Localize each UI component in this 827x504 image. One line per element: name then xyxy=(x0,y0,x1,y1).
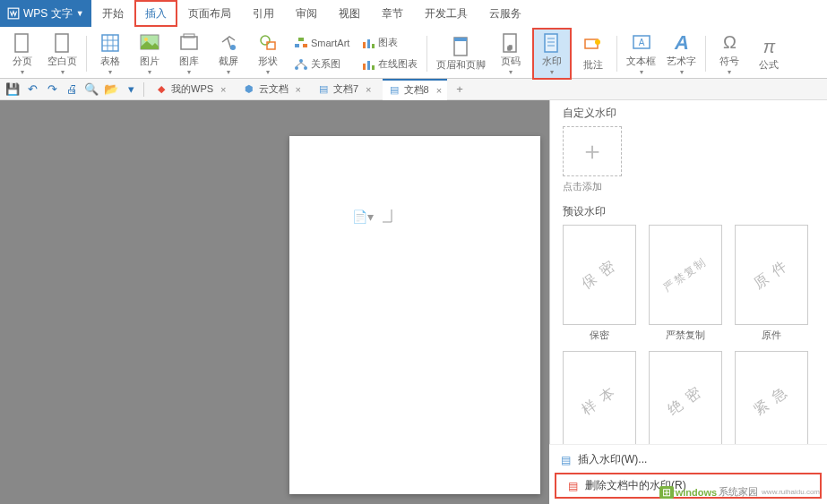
menu-insert-watermark[interactable]: ▤ 插入水印(W)... xyxy=(549,448,827,471)
preview-icon[interactable]: 🔍 xyxy=(84,82,99,97)
ribbon-relation[interactable]: 关系图 xyxy=(289,55,353,74)
doctab-doc7[interactable]: ▤ 文档7 × xyxy=(312,79,377,100)
plus-icon: ＋ xyxy=(580,139,605,164)
ribbon-formula[interactable]: π 公式 xyxy=(751,30,787,78)
logo-url: www.ruihaidu.com xyxy=(762,488,820,496)
close-icon[interactable]: × xyxy=(296,84,301,95)
ribbon-label: 图表 xyxy=(378,36,398,49)
doctab-doc8[interactable]: ▤ 文档8 × xyxy=(383,79,448,100)
menu-tab-chapter[interactable]: 章节 xyxy=(371,0,414,27)
page[interactable]: 📄▾ xyxy=(289,136,540,494)
menu-tab-review[interactable]: 审阅 xyxy=(285,0,328,27)
ribbon-label: 空白页 xyxy=(47,55,77,68)
ribbon-table[interactable]: 表格▾ xyxy=(92,30,128,78)
ribbon-pagebreak[interactable]: 分页▾ xyxy=(4,30,40,78)
svg-point-36 xyxy=(595,39,600,45)
ribbon-pagenum[interactable]: # 页码▾ xyxy=(493,30,529,78)
menu-tab-insert[interactable]: 插入 xyxy=(134,0,177,27)
close-icon[interactable]: × xyxy=(220,84,226,95)
wps-icon: ◆ xyxy=(155,83,168,96)
cloud-icon: ⬢ xyxy=(243,83,255,96)
watermark-label: 原件 xyxy=(735,329,808,342)
doctab-cloud[interactable]: ⬢ 云文档 × xyxy=(237,79,306,100)
svg-rect-21 xyxy=(363,42,366,48)
preset-nocopy[interactable]: 严禁复制 严禁复制 xyxy=(649,225,722,342)
menu-tab-start[interactable]: 开始 xyxy=(91,0,134,27)
smartart-icon xyxy=(293,35,309,51)
ribbon-headerfooter[interactable]: 页眉和页脚 xyxy=(433,30,489,78)
undo-icon[interactable]: ↶ xyxy=(25,82,39,97)
ribbon-label: 关系图 xyxy=(311,57,340,71)
ribbon-comment[interactable]: 批注 xyxy=(575,30,611,78)
menu-tab-cloud[interactable]: 云服务 xyxy=(478,0,532,27)
ribbon-watermark[interactable]: 水印▾ xyxy=(534,30,570,78)
menu-tabs: 开始 插入 页面布局 引用 审阅 视图 章节 开发工具 云服务 xyxy=(91,0,532,27)
svg-point-12 xyxy=(230,45,236,50)
watermark-preview: 原 件 xyxy=(751,256,793,294)
divider xyxy=(705,36,706,72)
preset-confidential[interactable]: 保 密 保密 xyxy=(563,225,636,342)
menubar: WPS 文字 ▼ 开始 插入 页面布局 引用 审阅 视图 章节 开发工具 云服务 xyxy=(0,0,827,27)
pagebreak-icon xyxy=(11,31,34,55)
ribbon-onlinechart[interactable]: 在线图表 xyxy=(357,55,421,74)
blankpage-icon xyxy=(51,31,74,55)
ribbon-screenshot[interactable]: 截屏▾ xyxy=(211,30,246,78)
svg-rect-28 xyxy=(454,38,467,41)
svg-rect-26 xyxy=(372,65,375,70)
doctab-label: 云文档 xyxy=(259,82,289,96)
pagenum-icon: # xyxy=(499,31,522,55)
logo-suffix: 系统家园 xyxy=(719,485,758,499)
table-icon xyxy=(99,31,122,55)
doctab-label: 文档8 xyxy=(404,83,429,97)
redo-icon[interactable]: ↷ xyxy=(45,82,59,97)
panel-preset-title: 预设水印 xyxy=(563,204,820,219)
ribbon-textbox[interactable]: A 文本框▾ xyxy=(623,30,659,78)
ribbon-picture[interactable]: 图片▾ xyxy=(132,30,168,78)
svg-rect-10 xyxy=(181,37,197,49)
ribbon-label: 图片 xyxy=(140,55,159,68)
ribbon-chart[interactable]: 图表 xyxy=(357,33,421,53)
ribbon-smartart[interactable]: SmartArt xyxy=(289,33,353,53)
preset-original[interactable]: 原 件 原件 xyxy=(735,225,808,342)
doc-icon: ▤ xyxy=(317,83,330,96)
app-title[interactable]: WPS 文字 ▼ xyxy=(0,0,91,27)
preset-grid: 保 密 保密 严禁复制 严禁复制 原 件 原件 样 本 样本 绝 密 绝密 紧 … xyxy=(563,225,820,468)
add-watermark-button[interactable]: ＋ xyxy=(563,126,622,176)
ribbon-symbol[interactable]: Ω 符号▾ xyxy=(711,30,747,78)
onlinechart-icon xyxy=(360,56,376,73)
svg-rect-0 xyxy=(8,8,19,19)
ribbon-blankpage[interactable]: 空白页▾ xyxy=(44,30,81,78)
divider xyxy=(86,36,87,72)
doctab-mywps[interactable]: ◆ 我的WPS × xyxy=(150,79,232,100)
watermark-preview: 样 本 xyxy=(579,382,621,420)
svg-rect-1 xyxy=(15,34,28,52)
menu-tab-reference[interactable]: 引用 xyxy=(242,0,285,27)
paste-indicator-icon: 📄▾ xyxy=(352,209,374,224)
ribbon-wordart[interactable]: A 艺术字▾ xyxy=(663,30,700,78)
windows-flag-icon: ⊞ xyxy=(659,486,674,499)
textbox-icon: A xyxy=(630,31,653,55)
svg-point-20 xyxy=(304,66,307,70)
open-icon[interactable]: 📂 xyxy=(104,82,118,97)
gallery-icon xyxy=(177,31,201,55)
ribbon-gallery[interactable]: 图库▾ xyxy=(171,30,207,78)
screenshot-icon xyxy=(217,31,240,55)
save-icon[interactable]: 💾 xyxy=(5,82,20,97)
close-icon[interactable]: × xyxy=(436,85,442,96)
menu-tab-dev[interactable]: 开发工具 xyxy=(414,0,478,27)
svg-rect-15 xyxy=(298,38,304,41)
svg-rect-22 xyxy=(367,39,370,48)
ribbon-shapes[interactable]: 形状▾ xyxy=(250,30,286,78)
close-icon[interactable]: × xyxy=(366,84,371,95)
watermark-panel: 自定义水印 ＋ 点击添加 预设水印 保 密 保密 严禁复制 严禁复制 原 件 原… xyxy=(549,100,827,504)
add-tab-icon[interactable]: + xyxy=(452,82,467,97)
ribbon-label: 水印 xyxy=(542,55,562,68)
watermark-icon xyxy=(540,31,564,55)
menu-tab-view[interactable]: 视图 xyxy=(328,0,371,27)
doctab-label: 文档7 xyxy=(333,82,358,96)
menu-tab-layout[interactable]: 页面布局 xyxy=(177,0,242,27)
print-icon[interactable]: 🖨 xyxy=(65,82,79,97)
picture-icon xyxy=(138,31,161,55)
app-title-text: WPS 文字 xyxy=(23,6,73,21)
more-icon[interactable]: ▾ xyxy=(124,82,138,97)
